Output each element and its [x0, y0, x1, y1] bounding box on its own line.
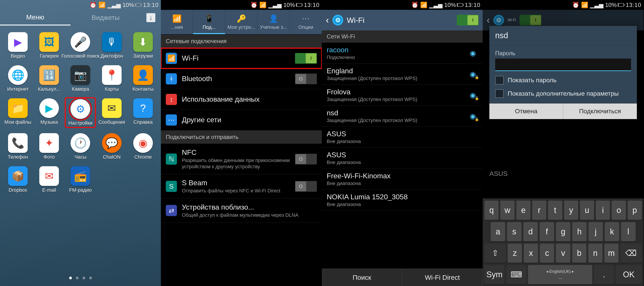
app-fm-радио[interactable]: 📻FM-радио: [66, 166, 95, 193]
key-shift[interactable]: ⇧: [484, 243, 506, 263]
key-g[interactable]: g: [556, 222, 570, 241]
key-sym[interactable]: Sym: [484, 265, 504, 284]
app-телефон[interactable]: 📞Телефон: [3, 133, 32, 160]
app-label: Интернет: [7, 86, 28, 92]
app-справка[interactable]: ?Справка: [128, 98, 158, 127]
key-u[interactable]: u: [580, 201, 594, 220]
key-l[interactable]: l: [621, 222, 636, 241]
key-o[interactable]: o: [612, 201, 626, 220]
wifi-direct-button[interactable]: Wi-Fi Direct: [402, 269, 483, 286]
tab-widgets[interactable]: Виджеты: [70, 10, 141, 26]
key-b[interactable]: b: [572, 243, 586, 263]
app-chaton[interactable]: 💬ChatON: [97, 133, 126, 160]
toggle[interactable]: O: [295, 74, 317, 84]
app-фото[interactable]: ✦Фото: [34, 133, 64, 160]
wifi-network[interactable]: nsdЗащищенная (Доступен протокол WPS)◉🔒: [322, 106, 483, 127]
key-keyboard-switch[interactable]: ⌨: [506, 265, 526, 284]
app-настройки[interactable]: ⚙Настройки: [66, 98, 95, 127]
app-интернет[interactable]: 🌐Интернет: [3, 65, 32, 92]
key-d[interactable]: d: [523, 222, 538, 241]
settings-row[interactable]: ℕNFCРазрешить обмен данными при прикосно…: [161, 144, 322, 174]
app-icon: 📷: [70, 65, 90, 85]
key-a[interactable]: a: [491, 222, 505, 241]
key-f[interactable]: f: [540, 222, 554, 241]
key-backspace[interactable]: ⌫: [620, 243, 642, 263]
wifi-toggle[interactable]: I: [457, 15, 479, 26]
app-галерея[interactable]: 🖼Галерея: [34, 32, 64, 59]
key-x[interactable]: x: [524, 243, 538, 263]
key-p[interactable]: p: [628, 201, 642, 220]
settings-row[interactable]: 📶Wi-FiI: [161, 48, 322, 69]
app-камера[interactable]: 📷Камера: [66, 65, 95, 92]
app-сообщения[interactable]: ✉Сообщения: [97, 98, 126, 127]
download-button[interactable]: ↓: [141, 10, 161, 26]
wifi-network[interactable]: Free-Wi-Fi-KinomaxВне диапазона: [322, 169, 483, 190]
app-голосовой поиск[interactable]: 🎤Голосовой поиск: [66, 32, 95, 59]
toggle[interactable]: O: [295, 154, 317, 164]
key-i[interactable]: i: [596, 201, 610, 220]
app-видео[interactable]: ▶Видео: [3, 32, 32, 59]
app-часы[interactable]: 🕐Часы: [66, 133, 95, 160]
settings-tab[interactable]: 👤Учетные з...: [258, 10, 290, 34]
wifi-signal-icon: ◉: [468, 49, 478, 57]
key-t[interactable]: t: [548, 201, 562, 220]
app-музыка[interactable]: ▶Музыка: [34, 98, 64, 127]
app-диктофон[interactable]: 🎙Диктофон: [97, 32, 126, 59]
wifi-network[interactable]: ASUSВне диапазона: [322, 127, 483, 148]
settings-row[interactable]: ᚼBluetoothO: [161, 69, 322, 89]
app-dropbox[interactable]: 📦Dropbox: [3, 166, 32, 193]
settings-tab[interactable]: 🔑Мое устро...: [226, 10, 258, 34]
key-y[interactable]: y: [564, 201, 578, 220]
key-space[interactable]: ◂ English(UK) ▸⎵: [528, 265, 592, 284]
key-v[interactable]: v: [556, 243, 570, 263]
key-h[interactable]: h: [572, 222, 587, 241]
app-карты[interactable]: 📍Карты: [97, 65, 126, 92]
row-icon: ↕: [166, 94, 177, 105]
app-калькул...[interactable]: 🔢Калькул...: [34, 65, 64, 92]
settings-row[interactable]: SS BeamОтправить файлы через NFC и Wi-Fi…: [161, 174, 322, 199]
tab-menu[interactable]: Меню: [0, 10, 70, 26]
wifi-network[interactable]: NOKIA Lumia 1520_3058Вне диапазона: [322, 190, 483, 211]
key-r[interactable]: r: [532, 201, 546, 220]
app-загрузки[interactable]: ⬇Загрузки: [128, 32, 158, 59]
wifi-network[interactable]: ASUSВне диапазона: [322, 148, 483, 169]
app-e-mail[interactable]: ✉E-mail: [34, 166, 64, 193]
key-z[interactable]: z: [508, 243, 522, 263]
key-e[interactable]: e: [516, 201, 530, 220]
wifi-network[interactable]: EnglandЗащищенная (Доступен протокол WPS…: [322, 64, 483, 85]
key-w[interactable]: w: [500, 201, 514, 220]
cancel-button[interactable]: Отмена: [489, 103, 563, 119]
app-chrome[interactable]: ◉Chrome: [128, 133, 158, 160]
app-контакты[interactable]: 👤Контакты: [128, 65, 158, 92]
search-button[interactable]: Поиск: [322, 269, 402, 286]
settings-tab[interactable]: ⋯Опции: [290, 10, 322, 34]
key-dot[interactable]: .: [594, 265, 614, 284]
show-password-checkbox[interactable]: Показать пароль: [495, 76, 631, 85]
connect-button[interactable]: Подключиться: [563, 103, 637, 119]
toggle[interactable]: I: [295, 53, 317, 64]
row-icon: ⋯: [166, 114, 177, 126]
advanced-options-checkbox[interactable]: Показать дополнительные параметры: [495, 89, 631, 98]
key-ok[interactable]: OK: [616, 265, 642, 284]
settings-tab[interactable]: 📱Под...: [193, 10, 225, 34]
settings-row[interactable]: ⋯Другие сети: [161, 110, 322, 130]
key-m[interactable]: m: [604, 243, 618, 263]
app-icon: ?: [133, 98, 153, 118]
key-s[interactable]: s: [507, 222, 522, 241]
settings-tab[interactable]: 📶...ния: [161, 10, 193, 34]
app-мои файлы[interactable]: 📁Мои файлы: [3, 98, 32, 127]
back-icon[interactable]: ‹: [326, 15, 329, 26]
settings-row[interactable]: ↕Использование данных: [161, 89, 322, 110]
key-n[interactable]: n: [588, 243, 602, 263]
toggle[interactable]: O: [295, 181, 317, 192]
battery-indicator: 10%: [605, 2, 624, 9]
status-bar: ⏰ 📶 ▁▃▅ 10% 13:10: [483, 0, 644, 10]
key-j[interactable]: j: [588, 222, 603, 241]
wifi-network[interactable]: racoonПодключено◉: [322, 43, 483, 64]
wifi-network[interactable]: FrolovaЗащищенная (Доступен протокол WPS…: [322, 85, 483, 106]
key-q[interactable]: q: [484, 201, 498, 220]
password-input[interactable]: [495, 59, 631, 71]
key-k[interactable]: k: [605, 222, 619, 241]
key-c[interactable]: c: [540, 243, 554, 263]
settings-row[interactable]: ⇄Устройства поблизо...Общий доступ к фай…: [161, 199, 322, 223]
